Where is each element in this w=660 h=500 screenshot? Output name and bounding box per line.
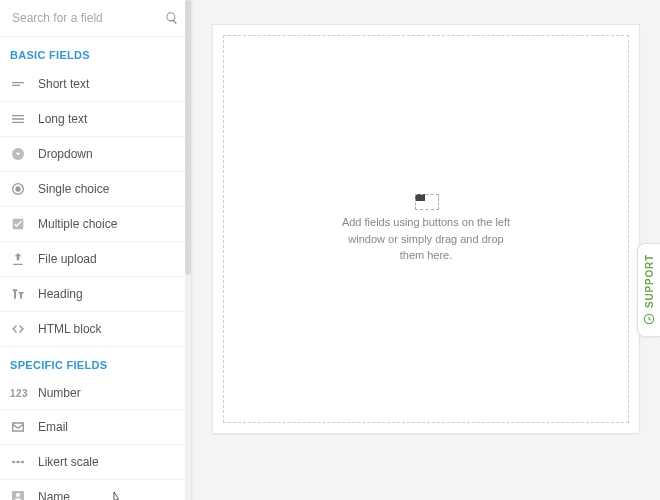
field-label: Email [38, 420, 68, 434]
field-label: Likert scale [38, 455, 99, 469]
field-label: Long text [38, 112, 87, 126]
scrollbar-thumb[interactable] [185, 0, 191, 275]
support-label: SUPPORT [644, 254, 655, 308]
dropdown-icon [10, 146, 38, 162]
field-short-text[interactable]: Short text [0, 67, 191, 102]
field-label: Name [38, 490, 70, 500]
field-label: Heading [38, 287, 83, 301]
form-dropzone[interactable]: Add fields using buttons on the left win… [223, 35, 629, 423]
app-root: BASIC FIELDS Short text Long text [0, 0, 660, 500]
specific-fields-list: 123 Number Email Likert scale [0, 377, 191, 500]
field-html-block[interactable]: HTML block [0, 312, 191, 347]
dropzone-help-text: Add fields using buttons on the left win… [341, 214, 511, 264]
person-icon [10, 489, 38, 500]
drag-target-icon [415, 194, 437, 208]
field-email[interactable]: Email [0, 410, 191, 445]
field-file-upload[interactable]: File upload [0, 242, 191, 277]
support-button[interactable]: SUPPORT [637, 243, 660, 337]
field-likert-scale[interactable]: Likert scale [0, 445, 191, 480]
field-palette-sidebar: BASIC FIELDS Short text Long text [0, 0, 192, 500]
field-label: Number [38, 386, 81, 400]
email-icon [10, 419, 38, 435]
field-label: File upload [38, 252, 97, 266]
field-multiple-choice[interactable]: Multiple choice [0, 207, 191, 242]
svg-point-8 [16, 493, 20, 497]
field-dropdown[interactable]: Dropdown [0, 137, 191, 172]
canvas-card: Add fields using buttons on the left win… [212, 24, 640, 434]
field-name[interactable]: Name [0, 480, 191, 500]
sidebar-scrollbar[interactable] [185, 0, 191, 500]
number-icon: 123 [10, 388, 38, 399]
sidebar-scroll[interactable]: BASIC FIELDS Short text Long text [0, 37, 191, 500]
clock-icon [642, 312, 656, 326]
field-label: Short text [38, 77, 89, 91]
checkbox-icon [10, 216, 38, 232]
group-header-specific: SPECIFIC FIELDS [0, 347, 191, 377]
field-number[interactable]: 123 Number [0, 377, 191, 410]
field-label: HTML block [38, 322, 102, 336]
svg-point-2 [15, 186, 20, 191]
field-heading[interactable]: Heading [0, 277, 191, 312]
search-input[interactable] [10, 10, 165, 26]
field-label: Multiple choice [38, 217, 117, 231]
short-text-icon [10, 76, 38, 92]
form-canvas-area: Add fields using buttons on the left win… [192, 0, 660, 500]
group-header-basic: BASIC FIELDS [0, 37, 191, 67]
long-text-icon [10, 111, 38, 127]
likert-icon [10, 454, 38, 470]
upload-icon [10, 251, 38, 267]
basic-fields-list: Short text Long text Dropdown [0, 67, 191, 347]
heading-icon [10, 286, 38, 302]
field-single-choice[interactable]: Single choice [0, 172, 191, 207]
search-icon [165, 11, 179, 25]
radio-icon [10, 181, 38, 197]
field-long-text[interactable]: Long text [0, 102, 191, 137]
field-label: Single choice [38, 182, 109, 196]
code-icon [10, 321, 38, 337]
field-label: Dropdown [38, 147, 93, 161]
search-row [0, 0, 191, 37]
